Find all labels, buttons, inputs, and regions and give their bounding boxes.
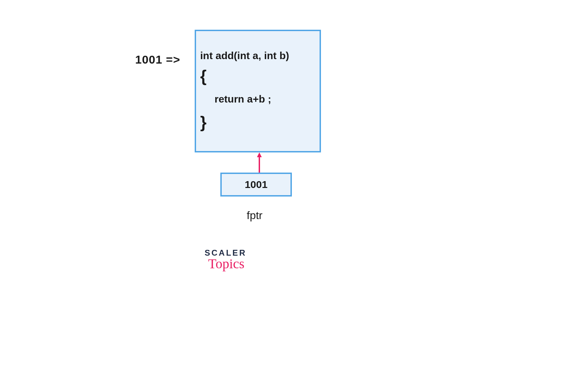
code-brace-open: { bbox=[200, 67, 207, 85]
pointer-value-text: 1001 bbox=[245, 179, 268, 190]
memory-address-label: 1001 => bbox=[135, 53, 180, 66]
brand-logo: SCALER Topics bbox=[205, 248, 247, 272]
pointer-arrow-icon bbox=[256, 152, 263, 174]
code-signature: int add(int a, int b) bbox=[200, 50, 289, 62]
logo-line-topics: Topics bbox=[206, 256, 247, 272]
svg-marker-1 bbox=[257, 152, 262, 157]
pointer-variable-name: fptr bbox=[247, 209, 262, 222]
function-code-box bbox=[195, 30, 321, 152]
diagram-canvas: 1001 => int add(int a, int b) { return a… bbox=[0, 0, 582, 392]
pointer-value-box: 1001 bbox=[220, 173, 292, 197]
code-brace-close: } bbox=[200, 113, 207, 132]
code-body: return a+b ; bbox=[215, 93, 271, 105]
